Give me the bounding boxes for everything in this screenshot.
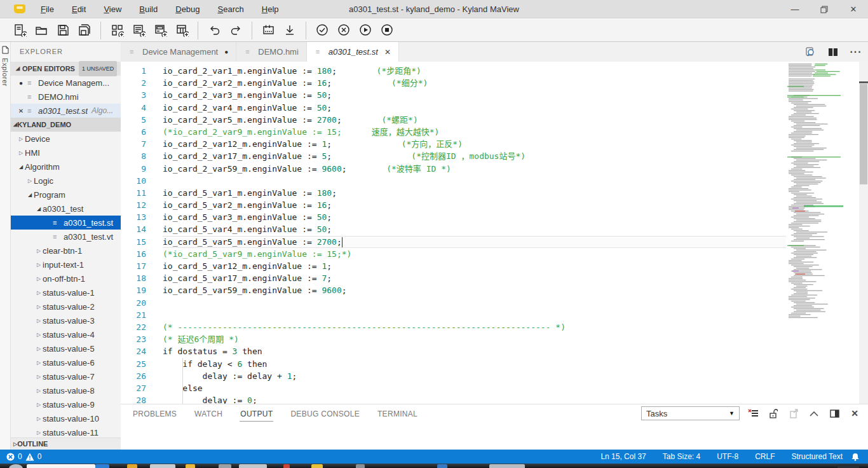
twistie-collapsed-icon[interactable]: ▷ <box>35 318 43 324</box>
taskbar-app-3[interactable] <box>127 464 137 468</box>
code-line-1[interactable]: 1io_card_2_var1_m.enginValue := 180; (*步… <box>121 65 786 77</box>
explorer-icon[interactable] <box>1 46 9 54</box>
tree-item-HMI[interactable]: ▷HMI <box>11 146 121 160</box>
editor-scrollbar[interactable] <box>859 62 868 404</box>
tree-item-status-value-3[interactable]: ▷status-value-3 <box>11 313 121 327</box>
open-editor-item[interactable]: ●≡Device Managem... <box>11 76 121 90</box>
save-button[interactable] <box>52 21 74 40</box>
tree-item-status-value-8[interactable]: ▷status-value-8 <box>11 383 121 397</box>
code-content[interactable]: 1io_card_2_var1_m.enginValue := 180; (*步… <box>121 62 786 404</box>
problems-status[interactable]: 0 0 <box>0 452 41 461</box>
menu-item-search[interactable]: Search <box>209 0 253 18</box>
output-channel-select[interactable]: Tasks ▼ <box>641 406 740 420</box>
add-device-button[interactable] <box>128 21 149 40</box>
tab-close-icon[interactable]: ✕ <box>384 48 391 57</box>
minimap[interactable] <box>786 62 859 404</box>
run-button[interactable] <box>355 21 376 40</box>
close-editor-icon[interactable]: ✕ <box>16 107 26 114</box>
undo-button[interactable] <box>203 21 225 40</box>
taskbar-app-13[interactable] <box>837 464 859 468</box>
taskbar-app-6[interactable] <box>219 464 231 468</box>
tree-item-status-value-1[interactable]: ▷status-value-1 <box>11 286 121 299</box>
code-line-25[interactable]: 25 if delay < 6 then <box>121 358 786 370</box>
twistie-collapsed-icon[interactable]: ▷ <box>35 290 43 296</box>
tree-item-Program[interactable]: ◢Program <box>11 188 121 202</box>
redo-button[interactable] <box>225 21 247 40</box>
twistie-expanded-icon[interactable]: ◢ <box>17 164 25 170</box>
twistie-collapsed-icon[interactable]: ▷ <box>35 262 43 268</box>
code-line-22[interactable]: 22(* -----------------------------------… <box>121 321 786 333</box>
tree-item-status-value-7[interactable]: ▷status-value-7 <box>11 369 121 383</box>
cancel-button[interactable] <box>333 21 355 40</box>
tree-item-input-text-1[interactable]: ▷input-text-1 <box>11 258 121 272</box>
twistie-collapsed-icon[interactable]: ▷ <box>35 402 43 408</box>
panel-tab-terminal[interactable]: TERMINAL <box>377 407 418 421</box>
code-line-13[interactable]: 13io_card_5_var3_m.enginValue := 50; <box>121 211 786 223</box>
twistie-expanded-icon[interactable]: ◢ <box>26 192 34 198</box>
code-line-17[interactable]: 17io_card_5_var12_m.enginValue := 1; <box>121 260 786 272</box>
tree-item-Algorithm[interactable]: ◢Algorithm <box>11 160 121 174</box>
taskbar-app-11[interactable] <box>437 464 447 468</box>
tree-item-status-value-9[interactable]: ▷status-value-9 <box>11 397 121 411</box>
add-table-button[interactable] <box>171 21 193 40</box>
twistie-collapsed-icon[interactable]: ▷ <box>35 374 43 380</box>
outline-section[interactable]: ▷ OUTLINE <box>11 437 121 450</box>
open-editor-item[interactable]: ≡DEMO.hmi <box>11 90 121 104</box>
taskbar-app-4[interactable] <box>150 464 175 468</box>
open-preview-icon[interactable] <box>803 45 817 59</box>
more-actions-icon[interactable]: ··· <box>849 45 863 59</box>
twistie-collapsed-icon[interactable]: ▷ <box>35 360 43 366</box>
code-line-2[interactable]: 2io_card_2_var2_m.enginValue := 16; (*细分… <box>121 77 786 89</box>
taskbar-app-12[interactable] <box>489 464 525 468</box>
code-line-24[interactable]: 24if dostatus = 3 then <box>121 345 786 357</box>
code-editor[interactable]: 1io_card_2_var1_m.enginValue := 180; (*步… <box>121 62 868 404</box>
code-line-27[interactable]: 27 else <box>121 382 786 394</box>
project-root-header[interactable]: ◢ KYLAND_DEMO <box>11 118 121 132</box>
twistie-collapsed-icon[interactable]: ▷ <box>26 178 34 184</box>
minimize-button[interactable]: — <box>780 0 810 18</box>
code-line-4[interactable]: 4io_card_2_var4_m.enginValue := 50; <box>121 102 786 114</box>
twistie-collapsed-icon[interactable]: ▷ <box>35 304 43 310</box>
tree-item-clear-btn-1[interactable]: ▷clear-btn-1 <box>11 244 121 258</box>
menu-item-build[interactable]: Build <box>130 0 166 18</box>
code-line-23[interactable]: 23(* 延迟6个周期 *) <box>121 333 786 345</box>
open-in-editor-icon[interactable] <box>787 406 801 420</box>
open-folder-button[interactable] <box>31 21 52 40</box>
twistie-collapsed-icon[interactable]: ▷ <box>35 332 43 338</box>
code-line-12[interactable]: 12io_card_5_var2_m.enginValue := 16; <box>121 199 786 211</box>
menu-item-help[interactable]: Help <box>253 0 288 18</box>
download-button[interactable] <box>279 21 301 40</box>
new-project-button[interactable] <box>106 21 128 40</box>
code-line-28[interactable]: 28 delay := 0; <box>121 394 786 404</box>
taskbar-app-0[interactable] <box>9 464 23 468</box>
panel-tab-debug-console[interactable]: DEBUG CONSOLE <box>290 407 360 421</box>
panel-tab-problems[interactable]: PROBLEMS <box>132 407 177 421</box>
clear-output-icon[interactable] <box>746 406 760 420</box>
tree-item-status-value-6[interactable]: ▷status-value-6 <box>11 355 121 369</box>
taskbar-app-2[interactable] <box>95 464 109 468</box>
menu-item-debug[interactable]: Debug <box>166 0 208 18</box>
twistie-collapsed-icon[interactable]: ▷ <box>17 150 25 156</box>
activity-explorer-label[interactable]: Explorer <box>1 58 9 86</box>
twistie-collapsed-icon[interactable]: ▷ <box>35 276 43 282</box>
tab-Device Management[interactable]: ≡Device Management● <box>121 42 236 62</box>
taskbar-app-1[interactable] <box>27 464 95 468</box>
tree-item-status-value-10[interactable]: ▷status-value-10 <box>11 411 121 425</box>
new-file-button[interactable] <box>9 21 31 40</box>
close-panel-icon[interactable]: ✕ <box>848 406 862 420</box>
code-line-26[interactable]: 26 delay := delay + 1; <box>121 370 786 382</box>
tree-item-a0301_test.st[interactable]: ≡a0301_test.st <box>11 216 121 230</box>
collapse-panel-icon[interactable] <box>807 406 821 420</box>
code-line-10[interactable]: 10 <box>121 175 786 187</box>
open-editor-item[interactable]: ✕≡a0301_test.stAlgo... <box>11 104 121 118</box>
tab-a0301_test.st[interactable]: ≡a0301_test.st✕ <box>307 42 399 62</box>
open-editors-header[interactable]: ◢ OPEN EDITORS 1 UNSAVED <box>11 62 121 76</box>
status-item-3[interactable]: CRLF <box>755 452 775 461</box>
tree-item-status-value-2[interactable]: ▷status-value-2 <box>11 299 121 313</box>
twistie-collapsed-icon[interactable]: ▷ <box>17 136 25 142</box>
unlock-icon[interactable] <box>766 406 780 420</box>
twistie-collapsed-icon[interactable]: ▷ <box>35 248 43 254</box>
menu-item-edit[interactable]: Edit <box>63 0 95 18</box>
tree-item-Logic[interactable]: ▷Logic <box>11 174 121 188</box>
code-line-8[interactable]: 8io_card_2_var17_m.enginValue := 5; (*控制… <box>121 150 786 162</box>
